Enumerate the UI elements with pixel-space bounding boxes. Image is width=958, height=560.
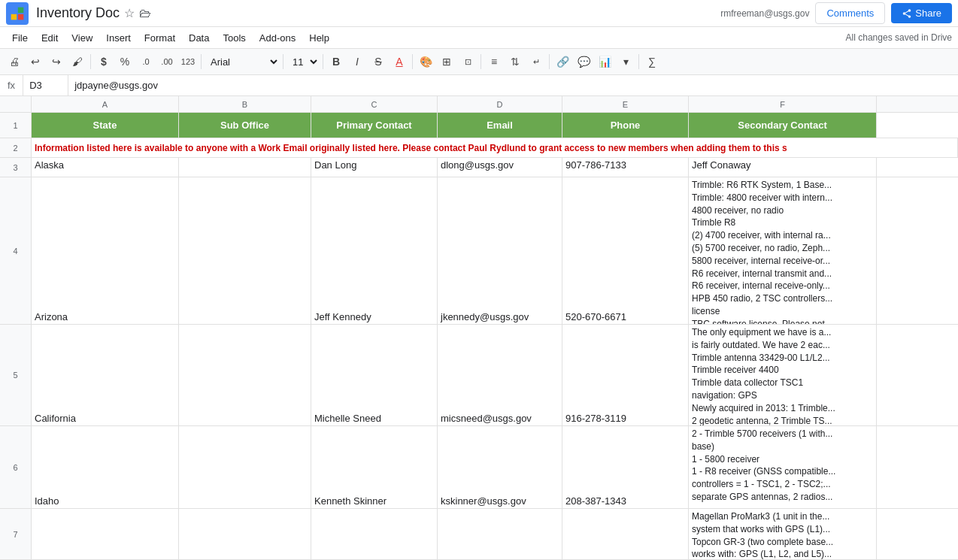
chart-button[interactable]: 📊	[595, 52, 614, 71]
comment-button[interactable]: 💬	[574, 52, 593, 71]
function-button[interactable]: ∑	[642, 52, 662, 71]
header-state[interactable]: State	[32, 113, 179, 138]
doc-title[interactable]: Inventory Doc	[36, 5, 120, 21]
comments-button[interactable]: Comments	[815, 2, 885, 24]
star-icon[interactable]: ☆	[124, 6, 135, 20]
cell-primary-contact[interactable]: Michelle Sneed	[311, 325, 438, 425]
text-color-button[interactable]: A	[390, 52, 409, 71]
row-number: 1	[0, 113, 32, 138]
menu-format[interactable]: Format	[138, 31, 181, 45]
cell-secondary-contact[interactable]: Jeff Conaway	[689, 158, 877, 177]
header-sub-office[interactable]: Sub Office	[179, 113, 311, 138]
cell-phone[interactable]: 916-278-3119	[562, 325, 689, 425]
row-number: 7	[0, 509, 32, 559]
col-header-d[interactable]: D	[438, 96, 562, 112]
borders-button[interactable]: ⊞	[437, 52, 456, 71]
cell-state[interactable]	[32, 509, 179, 559]
cell-primary-contact[interactable]: Jeff Kennedy	[311, 177, 438, 324]
cell-sub-office[interactable]	[179, 325, 311, 425]
title-icons: ☆ 🗁	[124, 6, 151, 20]
cell-state[interactable]: Arizona	[32, 177, 179, 324]
cell-email[interactable]: dlong@usgs.gov	[438, 158, 562, 177]
align-button[interactable]: ≡	[484, 52, 504, 71]
row-number: 3	[0, 158, 32, 177]
format-number-button[interactable]: 123	[178, 52, 198, 71]
undo-button[interactable]: ↩	[26, 52, 45, 71]
row-number: 5	[0, 325, 32, 425]
cell-state[interactable]: Alaska	[32, 158, 179, 177]
col-header-c[interactable]: C	[311, 96, 438, 112]
col-header-e[interactable]: E	[562, 96, 689, 112]
paint-format-button[interactable]: 🖌	[68, 52, 87, 71]
wrap-button[interactable]: ↵	[526, 52, 546, 71]
formula-content[interactable]: jdpayne@usgs.gov	[68, 80, 958, 91]
cell-primary-contact[interactable]	[311, 509, 438, 559]
cell-sub-office[interactable]	[179, 509, 311, 559]
header-primary-contact[interactable]: Primary Contact	[311, 113, 438, 138]
col-header-b[interactable]: B	[179, 96, 311, 112]
share-button[interactable]: Share	[891, 3, 952, 23]
menu-view[interactable]: View	[65, 31, 99, 45]
decimal-decrease-button[interactable]: .0	[136, 52, 156, 71]
separator-1	[90, 54, 91, 69]
menu-data[interactable]: Data	[183, 31, 215, 45]
font-family-select[interactable]: Arial	[205, 54, 280, 70]
cell-email[interactable]: micsneed@usgs.gov	[438, 325, 562, 425]
col-header-a[interactable]: A	[32, 96, 179, 112]
merge-button[interactable]: ⊡	[458, 52, 477, 71]
cell-sub-office[interactable]	[179, 426, 311, 508]
separator-3	[283, 54, 283, 69]
table-row: 5 California Michelle Sneed micsneed@usg…	[0, 325, 958, 426]
redo-button[interactable]: ↪	[47, 52, 66, 71]
cell-primary-contact[interactable]: Kenneth Skinner	[311, 426, 438, 508]
cell-sub-office[interactable]	[179, 177, 311, 324]
cell-email[interactable]	[438, 509, 562, 559]
print-button[interactable]: 🖨	[5, 52, 24, 71]
cell-email[interactable]: jkennedy@usgs.gov	[438, 177, 562, 324]
cell-phone[interactable]: 907-786-7133	[562, 158, 689, 177]
header-phone[interactable]: Phone	[562, 113, 689, 138]
menu-file[interactable]: File	[6, 31, 34, 45]
filter-button[interactable]: ▾	[616, 52, 635, 71]
col-header-f[interactable]: F	[689, 96, 877, 112]
cell-sub-office[interactable]	[179, 158, 311, 177]
fx-label: fx	[0, 75, 23, 95]
menu-help[interactable]: Help	[303, 31, 335, 45]
column-header-row: A B C D E F	[0, 96, 958, 113]
separator-7	[549, 54, 550, 69]
cell-equipment-details[interactable]: 2 - Trimble 5700 receivers (1 with... ba…	[689, 426, 877, 508]
menu-addons[interactable]: Add-ons	[253, 31, 302, 45]
cell-email[interactable]: kskinner@usgs.gov	[438, 426, 562, 508]
valign-button[interactable]: ⇅	[505, 52, 525, 71]
header-secondary-contact[interactable]: Secondary Contact	[689, 113, 877, 138]
cell-phone[interactable]: 208-387-1343	[562, 426, 689, 508]
bold-button[interactable]: B	[326, 52, 346, 71]
italic-button[interactable]: I	[347, 52, 367, 71]
cell-equipment-details[interactable]: Magellan ProMark3 (1 unit in the... syst…	[689, 509, 877, 559]
row-number: 4	[0, 177, 32, 324]
user-email: rmfreeman@usgs.gov	[720, 8, 809, 19]
cell-primary-contact[interactable]: Dan Long	[311, 158, 438, 177]
cell-equipment-details[interactable]: Trimble: R6 RTK System, 1 Base... Trimbl…	[689, 177, 877, 324]
header-email[interactable]: Email	[438, 113, 562, 138]
cell-state[interactable]: California	[32, 325, 179, 425]
strikethrough-button[interactable]: S	[368, 52, 388, 71]
menu-insert[interactable]: Insert	[100, 31, 137, 45]
font-size-select[interactable]: 11	[286, 54, 320, 70]
spreadsheet: A B C D E F 1 State Sub Office Primary C…	[0, 96, 958, 560]
cell-equipment-details[interactable]: The only equipment we have is a... is fa…	[689, 325, 877, 425]
folder-icon[interactable]: 🗁	[139, 7, 151, 20]
toolbar: 🖨 ↩ ↪ 🖌 $ % .0 .00 123 Arial 11 B I S A …	[0, 48, 958, 75]
menu-bar: File Edit View Insert Format Data Tools …	[0, 27, 958, 48]
currency-button[interactable]: $	[94, 52, 114, 71]
cell-phone[interactable]: 520-670-6671	[562, 177, 689, 324]
info-notice[interactable]: Information listed here is available to …	[32, 138, 958, 157]
cell-phone[interactable]	[562, 509, 689, 559]
menu-edit[interactable]: Edit	[35, 31, 64, 45]
cell-state[interactable]: Idaho	[32, 426, 179, 508]
percent-button[interactable]: %	[115, 52, 135, 71]
decimal-increase-button[interactable]: .00	[157, 52, 177, 71]
fill-color-button[interactable]: 🎨	[416, 52, 435, 71]
menu-tools[interactable]: Tools	[217, 31, 251, 45]
link-button[interactable]: 🔗	[553, 52, 572, 71]
